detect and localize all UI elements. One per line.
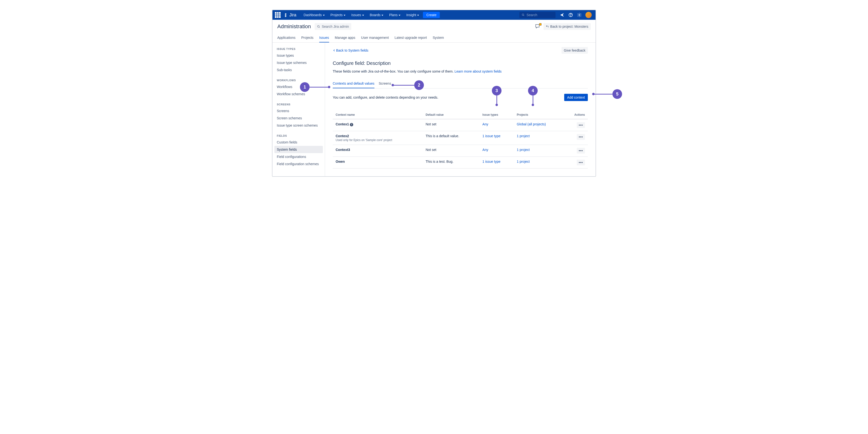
settings-icon[interactable] (577, 12, 582, 18)
tab-applications[interactable]: Applications (277, 33, 296, 42)
admin-search[interactable]: Search Jira admin (315, 23, 351, 30)
sidebar-item-issue-type-schemes[interactable]: Issue type schemes (274, 59, 323, 66)
inner-tab-screens[interactable]: Screens (379, 79, 391, 88)
tab-issues[interactable]: Issues (319, 33, 329, 42)
back-arrow-icon (546, 25, 549, 28)
app-switcher-icon[interactable] (275, 12, 281, 18)
callout-dot (532, 104, 534, 106)
sidebar-item-workflow-schemes[interactable]: Workflow schemes (274, 90, 323, 98)
issue-types-link[interactable]: Any (483, 148, 488, 152)
issue-types-link[interactable]: 1 issue type (483, 160, 500, 163)
tab-system[interactable]: System (433, 33, 444, 42)
projects-link[interactable]: 1 project (517, 160, 530, 163)
default-value-cell: Not set (423, 119, 479, 131)
back-to-system-fields-link[interactable]: Back to System fields (333, 49, 368, 52)
feedback-bubble-icon[interactable] (535, 24, 540, 29)
column-header: Issue types (479, 111, 514, 119)
info-icon[interactable]: i (350, 123, 353, 126)
issue-types-link[interactable]: 1 issue type (483, 134, 500, 138)
sidebar-item-system-fields[interactable]: System fields (274, 146, 323, 153)
contexts-table: Context nameDefault valueIssue typesProj… (333, 111, 588, 168)
admin-tabs: ApplicationsProjectsIssuesManage appsUse… (273, 33, 595, 43)
callout-dot (328, 86, 330, 88)
callout-connector (393, 85, 415, 86)
tab-user-management[interactable]: User management (361, 33, 389, 42)
callout-connector (594, 94, 613, 94)
sidebar-item-sub-tasks[interactable]: Sub-tasks (274, 66, 323, 73)
issue-types-link[interactable]: Any (483, 122, 488, 126)
admin-search-placeholder: Search Jira admin (322, 25, 349, 28)
table-row: OwenThis is a test. Bug.1 issue type1 pr… (333, 157, 588, 168)
nav-issues[interactable]: Issues (349, 11, 366, 18)
projects-link[interactable]: 1 project (517, 148, 530, 152)
avatar[interactable] (585, 12, 592, 18)
sidebar-group-title: WORKFLOWS (274, 78, 323, 83)
callout-connector (496, 95, 497, 105)
search-icon (317, 25, 320, 28)
nav-dashboards[interactable]: Dashboards (301, 11, 327, 18)
nav-projects[interactable]: Projects (328, 11, 348, 18)
sidebar-item-screens[interactable]: Screens (274, 107, 323, 115)
search-input[interactable] (527, 13, 553, 17)
context-subtitle: Used only for Epics on 'Sample core' pro… (336, 138, 420, 142)
sidebar-item-issue-types[interactable]: Issue types (274, 52, 323, 59)
default-value-cell: This is a default value. (423, 131, 479, 145)
context-name: Contex1 (336, 122, 349, 126)
main-content: Back to System fields Give feedback Conf… (325, 43, 595, 176)
sidebar-item-screen-schemes[interactable]: Screen schemes (274, 115, 323, 122)
nav-plans[interactable]: Plans (387, 11, 403, 18)
notifications-icon[interactable] (559, 12, 565, 18)
back-to-project-label: Back to project: Monsters (550, 25, 588, 28)
callout-dot (392, 84, 394, 86)
global-search[interactable] (519, 12, 556, 18)
chevron-down-icon (362, 15, 364, 16)
chevron-down-icon (381, 15, 383, 16)
row-actions-button[interactable]: ••• (577, 160, 585, 165)
callout-connector (533, 95, 533, 105)
contexts-description: You can add, configure, and delete conte… (333, 95, 438, 99)
give-feedback-button[interactable]: Give feedback (562, 47, 588, 54)
callout-connector (310, 87, 329, 88)
create-button[interactable]: Create (423, 12, 440, 18)
column-header: Context name (333, 111, 423, 119)
nav-boards[interactable]: Boards (368, 11, 386, 18)
row-actions-button[interactable]: ••• (577, 122, 585, 128)
back-to-project-button[interactable]: Back to project: Monsters (544, 23, 591, 30)
sidebar-item-field-configurations[interactable]: Field configurations (274, 153, 323, 160)
svg-point-4 (579, 14, 580, 16)
jira-logo[interactable]: Jira (283, 12, 296, 18)
svg-line-6 (319, 27, 320, 28)
context-name: Context3 (336, 148, 350, 152)
learn-more-link[interactable]: Learn more about system fields (455, 69, 501, 73)
inner-tab-contexts-and-default-values[interactable]: Contexts and default values (333, 79, 374, 88)
svg-point-0 (522, 14, 524, 16)
svg-point-5 (317, 25, 319, 27)
row-actions-button[interactable]: ••• (577, 134, 585, 140)
chevron-down-icon (399, 15, 401, 16)
sidebar-group-title: SCREENS (274, 101, 323, 107)
table-row: Contex2Used only for Epics on 'Sample co… (333, 131, 588, 145)
jira-logo-icon (283, 13, 288, 17)
help-icon[interactable] (568, 12, 574, 18)
sidebar-item-issue-type-screen-schemes[interactable]: Issue type screen schemes (274, 122, 323, 129)
nav-insight[interactable]: Insight (404, 11, 422, 18)
page-description: These fields come with Jira out-of-the-b… (333, 69, 588, 73)
svg-point-3 (570, 16, 571, 16)
table-row: Context3Not setAny1 project••• (333, 145, 588, 157)
tab-latest-upgrade-report[interactable]: Latest upgrade report (395, 33, 427, 42)
callout-dot (495, 104, 498, 106)
row-actions-button[interactable]: ••• (577, 148, 585, 154)
add-context-button[interactable]: Add context (564, 94, 588, 101)
sidebar-item-field-configuration-schemes[interactable]: Field configuration schemes (274, 160, 323, 167)
admin-title: Administration (277, 23, 311, 30)
search-icon (522, 13, 525, 17)
sidebar-item-custom-fields[interactable]: Custom fields (274, 138, 323, 146)
tab-manage-apps[interactable]: Manage apps (335, 33, 355, 42)
svg-line-1 (523, 15, 524, 16)
tab-projects[interactable]: Projects (301, 33, 314, 42)
projects-link[interactable]: Global (all projects) (517, 122, 546, 126)
sidebar-group-title: FIELDS (274, 133, 323, 138)
projects-link[interactable]: 1 project (517, 134, 530, 138)
column-header: Actions (564, 111, 588, 119)
admin-header: Administration Search Jira admin Back to… (273, 20, 595, 33)
